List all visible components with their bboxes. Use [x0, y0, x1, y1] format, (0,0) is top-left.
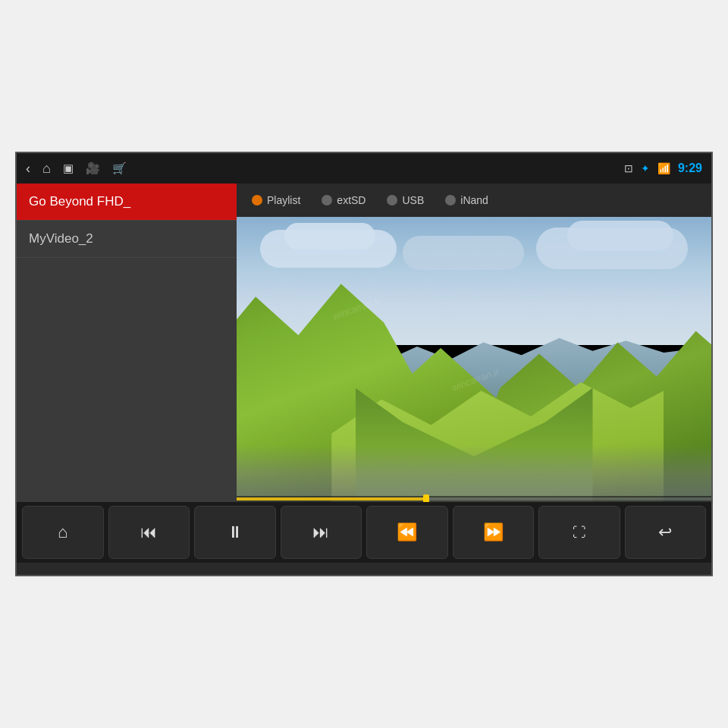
- playlist-label: Playlist: [267, 194, 300, 206]
- inand-label: iNand: [460, 194, 488, 206]
- fast-forward-button[interactable]: ⏩: [453, 506, 535, 559]
- main-content: Go Beyond FHD_ MyVideo_2 Playlist extSD …: [17, 184, 711, 502]
- progress-bar-container[interactable]: [237, 496, 711, 502]
- playlist-item-1[interactable]: MyVideo_2: [17, 221, 237, 258]
- flowers-layer: [237, 445, 711, 502]
- progress-fill: [237, 497, 426, 500]
- playlist-sidebar: Go Beyond FHD_ MyVideo_2: [17, 184, 237, 502]
- video-area: Playlist extSD USB iNand: [237, 184, 711, 502]
- recents-nav-icon[interactable]: ▣: [63, 162, 74, 175]
- back-button[interactable]: ↩: [625, 506, 707, 559]
- home-nav-icon[interactable]: ⌂: [42, 161, 51, 177]
- home-button[interactable]: ⌂: [22, 506, 104, 559]
- device-frame: ‹ ⌂ ▣ 🎥 🛒 ⊡ ✦ 📶 9:29 Go Beyond FHD_ MyVi…: [15, 152, 713, 576]
- progress-track: [237, 497, 711, 500]
- basket-nav-icon[interactable]: 🛒: [112, 162, 127, 175]
- video-frame: wincairan.ir wincairan.ir: [237, 217, 711, 502]
- status-bar: ‹ ⌂ ▣ 🎥 🛒 ⊡ ✦ 📶 9:29: [17, 153, 711, 184]
- cloud-2: [403, 236, 524, 270]
- usb-label: USB: [402, 194, 424, 206]
- source-tab-extsd[interactable]: extSD: [314, 191, 373, 209]
- fullscreen-button[interactable]: ⛶: [538, 506, 620, 559]
- camera-nav-icon[interactable]: 🎥: [86, 162, 100, 175]
- usb-dot: [387, 195, 397, 206]
- inand-dot: [445, 195, 456, 206]
- back-nav-icon[interactable]: ‹: [26, 161, 30, 177]
- nav-bar: ‹ ⌂ ▣ 🎥 🛒: [26, 161, 127, 177]
- status-icons: ⊡ ✦ 📶 9:29: [624, 162, 702, 175]
- video-player[interactable]: wincairan.ir wincairan.ir: [237, 217, 711, 502]
- progress-thumb[interactable]: [423, 494, 429, 502]
- bluetooth-icon: ✦: [641, 162, 650, 174]
- next-button[interactable]: ⏭: [281, 506, 362, 559]
- source-tabs: Playlist extSD USB iNand: [237, 184, 711, 217]
- bottom-controls: ⌂ ⏮ ⏸ ⏭ ⏪ ⏩ ⛶ ↩: [17, 502, 711, 563]
- extsd-dot: [322, 195, 332, 206]
- rewind-button[interactable]: ⏪: [366, 506, 448, 559]
- cast-icon: ⊡: [624, 162, 633, 174]
- pause-button[interactable]: ⏸: [194, 506, 276, 559]
- previous-button[interactable]: ⏮: [108, 506, 190, 559]
- playlist-item-0[interactable]: Go Beyond FHD_: [17, 184, 237, 221]
- status-time: 9:29: [678, 162, 702, 175]
- cloud-1a: [284, 223, 375, 249]
- source-tab-playlist[interactable]: Playlist: [244, 191, 308, 209]
- source-tab-inand[interactable]: iNand: [438, 191, 496, 209]
- playlist-dot: [252, 195, 262, 206]
- source-tab-usb[interactable]: USB: [379, 191, 431, 209]
- extsd-label: extSD: [337, 194, 366, 206]
- wifi-icon: 📶: [657, 162, 670, 174]
- cloud-3a: [567, 221, 673, 251]
